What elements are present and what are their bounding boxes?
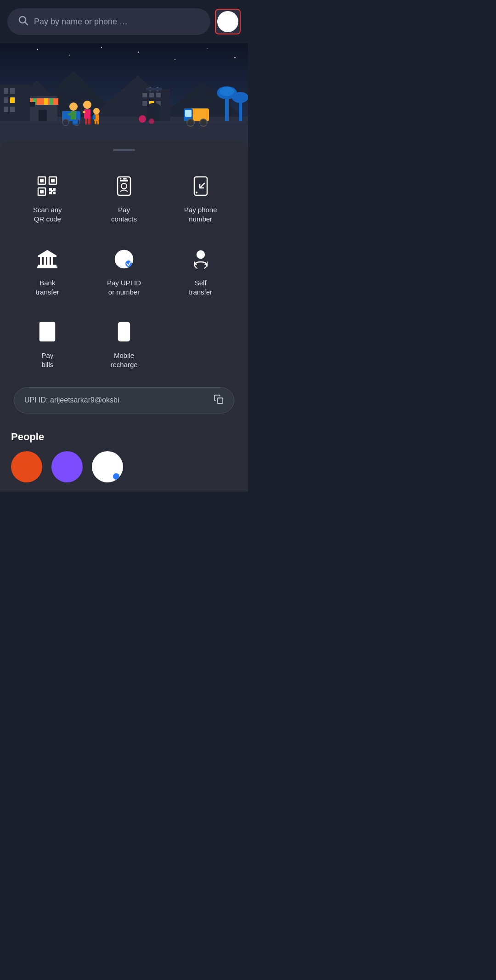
pay-contacts-label: Paycontacts [111, 205, 137, 224]
svg-rect-86 [38, 255, 56, 257]
avatar [217, 11, 238, 32]
search-input-wrapper[interactable]: Pay by name or phone … [7, 8, 210, 35]
svg-rect-28 [68, 113, 72, 115]
svg-rect-74 [49, 192, 52, 194]
svg-rect-89 [47, 257, 50, 265]
svg-rect-65 [0, 124, 248, 125]
svg-rect-67 [40, 179, 44, 182]
search-placeholder: Pay by name or phone … [34, 17, 128, 27]
upi-section: UPI ID: arijeetsarkar9@oksbi [0, 383, 248, 426]
people-section: People [0, 426, 248, 492]
svg-point-62 [232, 92, 248, 103]
search-icon [17, 15, 28, 28]
pay-phone-number-label: Pay phonenumber [184, 205, 217, 224]
user-avatar-button[interactable] [215, 9, 241, 34]
svg-rect-78 [120, 180, 128, 181]
svg-line-1 [25, 23, 28, 25]
svg-rect-97 [40, 323, 55, 341]
svg-point-84 [196, 192, 197, 193]
payment-grid-row2: Banktransfer @ Pay UPI IDor number [0, 237, 248, 310]
svg-rect-52 [146, 88, 162, 91]
svg-rect-92 [37, 266, 57, 268]
svg-rect-11 [39, 98, 42, 105]
svg-rect-76 [51, 190, 53, 192]
svg-rect-15 [30, 102, 35, 107]
pay-upi-button[interactable]: @ Pay UPI IDor number [86, 237, 163, 310]
self-transfer-button[interactable]: Selftransfer [162, 237, 239, 310]
person-avatar-1[interactable] [11, 451, 42, 482]
mobile-recharge-icon [111, 319, 137, 345]
svg-rect-22 [10, 107, 15, 112]
svg-point-64 [149, 119, 154, 124]
svg-point-26 [69, 102, 78, 111]
svg-rect-87 [40, 257, 42, 265]
svg-rect-21 [4, 107, 8, 112]
svg-rect-20 [10, 97, 15, 103]
person-avatar-3[interactable] [92, 451, 123, 482]
phone-payment-icon [188, 173, 214, 199]
svg-point-60 [220, 87, 234, 96]
illustration-banner [0, 43, 248, 153]
svg-rect-103 [47, 325, 52, 326]
svg-point-56 [187, 119, 194, 126]
svg-rect-102 [43, 325, 46, 328]
svg-rect-38 [93, 115, 96, 119]
upi-id-text: UPI ID: arijeetsarkar9@oksbi [24, 396, 119, 404]
upi-icon: @ [111, 246, 137, 272]
bank-transfer-label: Banktransfer [36, 278, 59, 297]
contacts-phone-icon [111, 173, 137, 199]
svg-point-109 [123, 338, 125, 340]
scan-qr-button[interactable]: Scan anyQR code [9, 164, 86, 237]
pay-phone-number-button[interactable]: Pay phonenumber [162, 164, 239, 237]
upi-id-pill[interactable]: UPI ID: arijeetsarkar9@oksbi [14, 387, 234, 414]
svg-rect-12 [44, 98, 48, 105]
svg-rect-91 [38, 265, 56, 266]
svg-rect-45 [142, 101, 147, 106]
svg-rect-27 [71, 111, 76, 119]
mobile-recharge-button[interactable]: Mobilerecharge [86, 310, 163, 383]
mobile-recharge-label: Mobilerecharge [110, 351, 137, 370]
bank-transfer-button[interactable]: Banktransfer [9, 237, 86, 310]
pay-upi-label: Pay UPI IDor number [107, 278, 141, 297]
svg-rect-55 [185, 110, 192, 117]
payment-grid-row1: Scan anyQR code Paycontacts [0, 164, 248, 237]
search-bar: Pay by name or phone … [7, 8, 241, 35]
svg-line-83 [200, 183, 204, 188]
qr-code-icon [34, 173, 60, 199]
sheet-handle [113, 149, 135, 151]
svg-rect-18 [10, 88, 15, 94]
svg-rect-73 [53, 188, 56, 191]
copy-icon[interactable] [214, 394, 224, 407]
bills-icon [34, 319, 60, 345]
self-transfer-icon [188, 246, 214, 272]
people-title: People [11, 431, 237, 443]
svg-point-80 [120, 178, 121, 180]
svg-rect-43 [149, 93, 154, 97]
pay-contacts-button[interactable]: Paycontacts [86, 164, 163, 237]
svg-rect-71 [40, 190, 44, 193]
people-row [11, 451, 237, 482]
self-transfer-label: Selftransfer [189, 278, 212, 297]
person-avatar-2[interactable] [51, 451, 83, 482]
payment-grid-row3: Paybills Mobilerecharge [0, 310, 248, 383]
svg-point-63 [139, 115, 146, 123]
svg-point-96 [197, 251, 204, 258]
svg-rect-88 [44, 257, 46, 265]
svg-rect-110 [217, 398, 223, 403]
svg-rect-14 [39, 110, 47, 121]
svg-rect-42 [142, 93, 147, 97]
bottom-sheet: Scan anyQR code Paycontacts [0, 141, 248, 492]
svg-point-49 [147, 103, 161, 112]
bank-icon [34, 246, 60, 272]
svg-rect-69 [51, 179, 55, 182]
pay-bills-button[interactable]: Paybills [9, 310, 86, 383]
svg-point-36 [93, 108, 100, 114]
svg-rect-90 [51, 257, 53, 265]
svg-point-31 [83, 101, 91, 109]
svg-rect-81 [123, 178, 127, 180]
svg-rect-104 [47, 327, 51, 328]
svg-rect-32 [84, 109, 90, 119]
svg-point-79 [121, 183, 127, 189]
scan-qr-label: Scan anyQR code [33, 205, 62, 224]
svg-point-57 [200, 119, 207, 126]
